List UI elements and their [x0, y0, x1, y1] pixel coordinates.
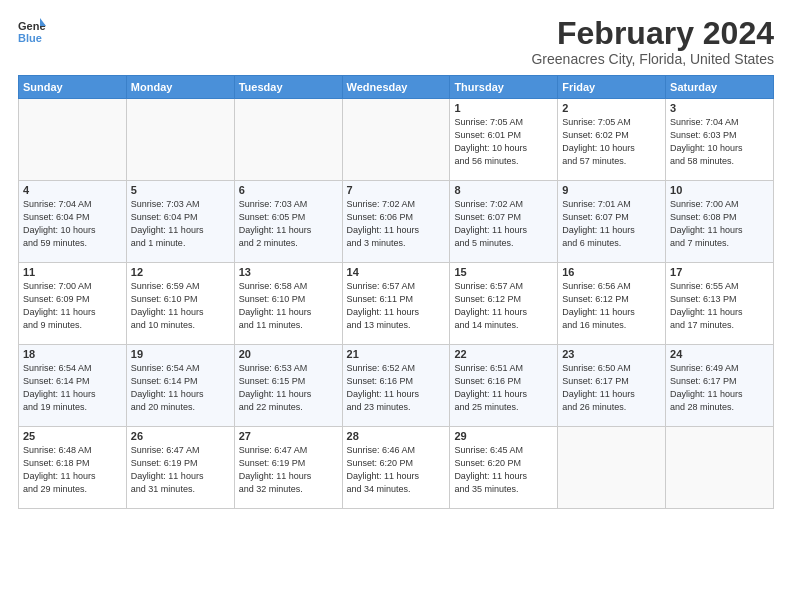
header-cell-wednesday: Wednesday — [342, 76, 450, 99]
day-info: Sunrise: 7:03 AMSunset: 6:05 PMDaylight:… — [239, 198, 338, 250]
day-number: 13 — [239, 266, 338, 278]
day-number: 24 — [670, 348, 769, 360]
day-cell: 22Sunrise: 6:51 AMSunset: 6:16 PMDayligh… — [450, 345, 558, 427]
day-cell — [234, 99, 342, 181]
day-cell: 12Sunrise: 6:59 AMSunset: 6:10 PMDayligh… — [126, 263, 234, 345]
day-info: Sunrise: 6:56 AMSunset: 6:12 PMDaylight:… — [562, 280, 661, 332]
day-info: Sunrise: 6:57 AMSunset: 6:11 PMDaylight:… — [347, 280, 446, 332]
day-info: Sunrise: 7:05 AMSunset: 6:02 PMDaylight:… — [562, 116, 661, 168]
svg-text:Blue: Blue — [18, 32, 42, 44]
day-cell: 9Sunrise: 7:01 AMSunset: 6:07 PMDaylight… — [558, 181, 666, 263]
day-cell: 8Sunrise: 7:02 AMSunset: 6:07 PMDaylight… — [450, 181, 558, 263]
day-cell: 17Sunrise: 6:55 AMSunset: 6:13 PMDayligh… — [666, 263, 774, 345]
day-number: 14 — [347, 266, 446, 278]
day-number: 29 — [454, 430, 553, 442]
logo: General Blue — [18, 16, 46, 44]
day-cell: 1Sunrise: 7:05 AMSunset: 6:01 PMDaylight… — [450, 99, 558, 181]
day-cell: 11Sunrise: 7:00 AMSunset: 6:09 PMDayligh… — [19, 263, 127, 345]
header-cell-saturday: Saturday — [666, 76, 774, 99]
week-row-3: 11Sunrise: 7:00 AMSunset: 6:09 PMDayligh… — [19, 263, 774, 345]
location: Greenacres City, Florida, United States — [531, 51, 774, 67]
day-number: 25 — [23, 430, 122, 442]
day-info: Sunrise: 6:47 AMSunset: 6:19 PMDaylight:… — [239, 444, 338, 496]
day-info: Sunrise: 6:59 AMSunset: 6:10 PMDaylight:… — [131, 280, 230, 332]
day-number: 12 — [131, 266, 230, 278]
day-number: 18 — [23, 348, 122, 360]
month-title: February 2024 — [531, 16, 774, 51]
day-number: 11 — [23, 266, 122, 278]
calendar-table: SundayMondayTuesdayWednesdayThursdayFrid… — [18, 75, 774, 509]
day-cell: 27Sunrise: 6:47 AMSunset: 6:19 PMDayligh… — [234, 427, 342, 509]
day-info: Sunrise: 6:53 AMSunset: 6:15 PMDaylight:… — [239, 362, 338, 414]
day-cell: 16Sunrise: 6:56 AMSunset: 6:12 PMDayligh… — [558, 263, 666, 345]
header-cell-tuesday: Tuesday — [234, 76, 342, 99]
day-number: 20 — [239, 348, 338, 360]
day-cell — [666, 427, 774, 509]
week-row-4: 18Sunrise: 6:54 AMSunset: 6:14 PMDayligh… — [19, 345, 774, 427]
day-number: 9 — [562, 184, 661, 196]
day-info: Sunrise: 6:51 AMSunset: 6:16 PMDaylight:… — [454, 362, 553, 414]
day-cell: 14Sunrise: 6:57 AMSunset: 6:11 PMDayligh… — [342, 263, 450, 345]
day-info: Sunrise: 7:01 AMSunset: 6:07 PMDaylight:… — [562, 198, 661, 250]
day-info: Sunrise: 6:48 AMSunset: 6:18 PMDaylight:… — [23, 444, 122, 496]
day-info: Sunrise: 6:55 AMSunset: 6:13 PMDaylight:… — [670, 280, 769, 332]
day-number: 17 — [670, 266, 769, 278]
day-cell: 3Sunrise: 7:04 AMSunset: 6:03 PMDaylight… — [666, 99, 774, 181]
day-number: 1 — [454, 102, 553, 114]
day-cell: 21Sunrise: 6:52 AMSunset: 6:16 PMDayligh… — [342, 345, 450, 427]
day-number: 2 — [562, 102, 661, 114]
day-cell: 28Sunrise: 6:46 AMSunset: 6:20 PMDayligh… — [342, 427, 450, 509]
day-info: Sunrise: 6:57 AMSunset: 6:12 PMDaylight:… — [454, 280, 553, 332]
week-row-2: 4Sunrise: 7:04 AMSunset: 6:04 PMDaylight… — [19, 181, 774, 263]
day-info: Sunrise: 7:00 AMSunset: 6:09 PMDaylight:… — [23, 280, 122, 332]
day-cell: 6Sunrise: 7:03 AMSunset: 6:05 PMDaylight… — [234, 181, 342, 263]
day-info: Sunrise: 6:58 AMSunset: 6:10 PMDaylight:… — [239, 280, 338, 332]
day-number: 19 — [131, 348, 230, 360]
page: General Blue February 2024 Greenacres Ci… — [0, 0, 792, 612]
day-number: 5 — [131, 184, 230, 196]
day-number: 15 — [454, 266, 553, 278]
day-number: 3 — [670, 102, 769, 114]
day-number: 22 — [454, 348, 553, 360]
day-cell — [19, 99, 127, 181]
day-number: 8 — [454, 184, 553, 196]
day-number: 23 — [562, 348, 661, 360]
week-row-1: 1Sunrise: 7:05 AMSunset: 6:01 PMDaylight… — [19, 99, 774, 181]
day-number: 10 — [670, 184, 769, 196]
day-info: Sunrise: 6:54 AMSunset: 6:14 PMDaylight:… — [131, 362, 230, 414]
header-cell-friday: Friday — [558, 76, 666, 99]
day-cell: 24Sunrise: 6:49 AMSunset: 6:17 PMDayligh… — [666, 345, 774, 427]
day-cell: 4Sunrise: 7:04 AMSunset: 6:04 PMDaylight… — [19, 181, 127, 263]
day-cell: 23Sunrise: 6:50 AMSunset: 6:17 PMDayligh… — [558, 345, 666, 427]
day-cell: 15Sunrise: 6:57 AMSunset: 6:12 PMDayligh… — [450, 263, 558, 345]
day-info: Sunrise: 6:49 AMSunset: 6:17 PMDaylight:… — [670, 362, 769, 414]
logo-icon: General Blue — [18, 16, 46, 44]
day-cell: 7Sunrise: 7:02 AMSunset: 6:06 PMDaylight… — [342, 181, 450, 263]
day-number: 28 — [347, 430, 446, 442]
day-info: Sunrise: 7:04 AMSunset: 6:03 PMDaylight:… — [670, 116, 769, 168]
header-cell-sunday: Sunday — [19, 76, 127, 99]
day-number: 16 — [562, 266, 661, 278]
header-cell-monday: Monday — [126, 76, 234, 99]
day-info: Sunrise: 6:50 AMSunset: 6:17 PMDaylight:… — [562, 362, 661, 414]
day-cell: 26Sunrise: 6:47 AMSunset: 6:19 PMDayligh… — [126, 427, 234, 509]
day-cell: 29Sunrise: 6:45 AMSunset: 6:20 PMDayligh… — [450, 427, 558, 509]
title-block: February 2024 Greenacres City, Florida, … — [531, 16, 774, 67]
day-info: Sunrise: 6:52 AMSunset: 6:16 PMDaylight:… — [347, 362, 446, 414]
day-cell: 19Sunrise: 6:54 AMSunset: 6:14 PMDayligh… — [126, 345, 234, 427]
day-info: Sunrise: 7:00 AMSunset: 6:08 PMDaylight:… — [670, 198, 769, 250]
day-info: Sunrise: 7:05 AMSunset: 6:01 PMDaylight:… — [454, 116, 553, 168]
day-info: Sunrise: 7:02 AMSunset: 6:06 PMDaylight:… — [347, 198, 446, 250]
day-cell: 18Sunrise: 6:54 AMSunset: 6:14 PMDayligh… — [19, 345, 127, 427]
day-cell: 13Sunrise: 6:58 AMSunset: 6:10 PMDayligh… — [234, 263, 342, 345]
day-cell: 2Sunrise: 7:05 AMSunset: 6:02 PMDaylight… — [558, 99, 666, 181]
day-cell: 25Sunrise: 6:48 AMSunset: 6:18 PMDayligh… — [19, 427, 127, 509]
day-info: Sunrise: 6:45 AMSunset: 6:20 PMDaylight:… — [454, 444, 553, 496]
day-number: 4 — [23, 184, 122, 196]
day-number: 21 — [347, 348, 446, 360]
day-info: Sunrise: 6:54 AMSunset: 6:14 PMDaylight:… — [23, 362, 122, 414]
day-cell: 5Sunrise: 7:03 AMSunset: 6:04 PMDaylight… — [126, 181, 234, 263]
header-cell-thursday: Thursday — [450, 76, 558, 99]
day-number: 7 — [347, 184, 446, 196]
day-number: 6 — [239, 184, 338, 196]
